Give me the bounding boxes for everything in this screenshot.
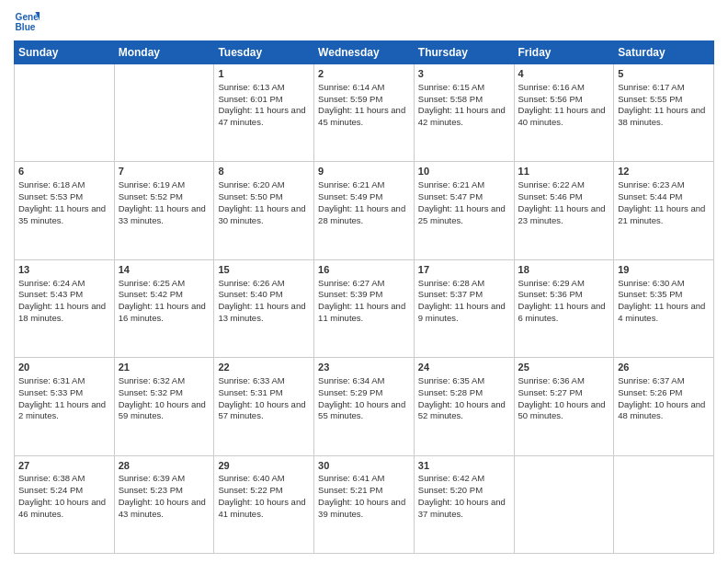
day-number: 23 (318, 361, 410, 374)
day-info: Sunrise: 6:15 AM Sunset: 5:58 PM Dayligh… (418, 82, 510, 129)
calendar-day-header: Wednesday (314, 41, 415, 64)
day-info: Sunrise: 6:13 AM Sunset: 6:01 PM Dayligh… (218, 82, 310, 129)
calendar-day-cell: 25Sunrise: 6:36 AM Sunset: 5:27 PM Dayli… (514, 358, 614, 455)
calendar-day-cell (114, 64, 214, 162)
day-info: Sunrise: 6:20 AM Sunset: 5:50 PM Dayligh… (218, 179, 310, 226)
calendar-day-cell: 31Sunrise: 6:42 AM Sunset: 5:20 PM Dayli… (414, 455, 514, 553)
day-number: 16 (318, 263, 410, 277)
calendar-day-cell: 12Sunrise: 6:23 AM Sunset: 5:44 PM Dayli… (614, 162, 714, 259)
day-number: 30 (318, 459, 410, 473)
calendar-day-cell: 17Sunrise: 6:28 AM Sunset: 5:37 PM Dayli… (414, 259, 514, 357)
logo-icon: General Blue (14, 9, 40, 35)
day-info: Sunrise: 6:30 AM Sunset: 5:35 PM Dayligh… (618, 278, 710, 325)
calendar-week-row: 27Sunrise: 6:38 AM Sunset: 5:24 PM Dayli… (15, 455, 714, 553)
day-number: 4 (518, 67, 610, 81)
day-number: 13 (18, 263, 110, 277)
calendar-day-cell (15, 64, 115, 162)
day-number: 15 (218, 263, 310, 277)
day-number: 2 (318, 67, 410, 81)
calendar-day-cell: 27Sunrise: 6:38 AM Sunset: 5:24 PM Dayli… (15, 455, 115, 553)
day-number: 25 (518, 361, 610, 374)
calendar-day-cell (514, 455, 614, 553)
calendar-day-cell: 4Sunrise: 6:16 AM Sunset: 5:56 PM Daylig… (514, 64, 614, 162)
day-number: 14 (119, 263, 210, 277)
day-number: 21 (119, 361, 210, 374)
day-info: Sunrise: 6:38 AM Sunset: 5:24 PM Dayligh… (18, 473, 110, 520)
calendar-day-cell: 24Sunrise: 6:35 AM Sunset: 5:28 PM Dayli… (414, 358, 514, 455)
calendar-header-row: SundayMondayTuesdayWednesdayThursdayFrid… (15, 41, 714, 64)
day-number: 31 (418, 459, 510, 473)
day-number: 18 (518, 263, 610, 277)
day-info: Sunrise: 6:28 AM Sunset: 5:37 PM Dayligh… (418, 278, 510, 325)
svg-text:Blue: Blue (16, 22, 36, 32)
day-number: 9 (318, 165, 410, 178)
day-info: Sunrise: 6:22 AM Sunset: 5:46 PM Dayligh… (518, 179, 610, 226)
calendar-day-cell: 15Sunrise: 6:26 AM Sunset: 5:40 PM Dayli… (214, 259, 314, 357)
calendar-day-header: Tuesday (214, 41, 314, 64)
calendar-day-cell: 20Sunrise: 6:31 AM Sunset: 5:33 PM Dayli… (15, 358, 115, 455)
day-info: Sunrise: 6:18 AM Sunset: 5:53 PM Dayligh… (18, 179, 110, 226)
day-info: Sunrise: 6:34 AM Sunset: 5:29 PM Dayligh… (318, 375, 410, 422)
calendar-table: SundayMondayTuesdayWednesdayThursdayFrid… (14, 40, 714, 554)
calendar-day-cell: 21Sunrise: 6:32 AM Sunset: 5:32 PM Dayli… (114, 358, 214, 455)
calendar-week-row: 20Sunrise: 6:31 AM Sunset: 5:33 PM Dayli… (15, 358, 714, 455)
day-number: 19 (618, 263, 710, 277)
day-info: Sunrise: 6:23 AM Sunset: 5:44 PM Dayligh… (618, 179, 710, 226)
day-info: Sunrise: 6:32 AM Sunset: 5:32 PM Dayligh… (119, 375, 210, 422)
calendar-day-cell: 23Sunrise: 6:34 AM Sunset: 5:29 PM Dayli… (314, 358, 415, 455)
calendar-week-row: 1Sunrise: 6:13 AM Sunset: 6:01 PM Daylig… (15, 64, 714, 162)
calendar-day-cell: 26Sunrise: 6:37 AM Sunset: 5:26 PM Dayli… (614, 358, 714, 455)
day-info: Sunrise: 6:37 AM Sunset: 5:26 PM Dayligh… (618, 375, 710, 422)
calendar-week-row: 6Sunrise: 6:18 AM Sunset: 5:53 PM Daylig… (15, 162, 714, 259)
calendar-day-cell: 22Sunrise: 6:33 AM Sunset: 5:31 PM Dayli… (214, 358, 314, 455)
calendar-day-cell: 3Sunrise: 6:15 AM Sunset: 5:58 PM Daylig… (414, 64, 514, 162)
calendar-week-row: 13Sunrise: 6:24 AM Sunset: 5:43 PM Dayli… (15, 259, 714, 357)
day-info: Sunrise: 6:27 AM Sunset: 5:39 PM Dayligh… (318, 278, 410, 325)
day-number: 17 (418, 263, 510, 277)
calendar-day-header: Saturday (614, 41, 714, 64)
day-info: Sunrise: 6:14 AM Sunset: 5:59 PM Dayligh… (318, 82, 410, 129)
day-info: Sunrise: 6:16 AM Sunset: 5:56 PM Dayligh… (518, 82, 610, 129)
calendar-day-cell: 1Sunrise: 6:13 AM Sunset: 6:01 PM Daylig… (214, 64, 314, 162)
day-number: 7 (119, 165, 210, 178)
calendar-day-cell: 18Sunrise: 6:29 AM Sunset: 5:36 PM Dayli… (514, 259, 614, 357)
calendar-day-cell: 19Sunrise: 6:30 AM Sunset: 5:35 PM Dayli… (614, 259, 714, 357)
calendar-day-header: Sunday (15, 41, 115, 64)
day-number: 1 (218, 67, 310, 81)
day-number: 20 (18, 361, 110, 374)
calendar-day-header: Monday (114, 41, 214, 64)
calendar-day-cell: 11Sunrise: 6:22 AM Sunset: 5:46 PM Dayli… (514, 162, 614, 259)
day-number: 12 (618, 165, 710, 178)
day-number: 8 (218, 165, 310, 178)
day-info: Sunrise: 6:33 AM Sunset: 5:31 PM Dayligh… (218, 375, 310, 422)
calendar-day-header: Thursday (414, 41, 514, 64)
day-info: Sunrise: 6:31 AM Sunset: 5:33 PM Dayligh… (18, 375, 110, 422)
day-number: 5 (618, 67, 710, 81)
day-number: 6 (18, 165, 110, 178)
calendar-day-cell (614, 455, 714, 553)
day-info: Sunrise: 6:42 AM Sunset: 5:20 PM Dayligh… (418, 473, 510, 520)
calendar-day-cell: 29Sunrise: 6:40 AM Sunset: 5:22 PM Dayli… (214, 455, 314, 553)
day-number: 27 (18, 459, 110, 473)
day-info: Sunrise: 6:24 AM Sunset: 5:43 PM Dayligh… (18, 278, 110, 325)
logo: General Blue (14, 9, 40, 35)
day-number: 29 (218, 459, 310, 473)
day-number: 22 (218, 361, 310, 374)
day-info: Sunrise: 6:41 AM Sunset: 5:21 PM Dayligh… (318, 473, 410, 520)
day-info: Sunrise: 6:35 AM Sunset: 5:28 PM Dayligh… (418, 375, 510, 422)
day-info: Sunrise: 6:25 AM Sunset: 5:42 PM Dayligh… (119, 278, 210, 325)
calendar-day-header: Friday (514, 41, 614, 64)
calendar-day-cell: 10Sunrise: 6:21 AM Sunset: 5:47 PM Dayli… (414, 162, 514, 259)
calendar-day-cell: 2Sunrise: 6:14 AM Sunset: 5:59 PM Daylig… (314, 64, 415, 162)
page: General Blue SundayMondayTuesdayWednesda… (0, 0, 728, 563)
header: General Blue (14, 9, 714, 35)
day-number: 3 (418, 67, 510, 81)
calendar-day-cell: 7Sunrise: 6:19 AM Sunset: 5:52 PM Daylig… (114, 162, 214, 259)
calendar-day-cell: 13Sunrise: 6:24 AM Sunset: 5:43 PM Dayli… (15, 259, 115, 357)
calendar-day-cell: 16Sunrise: 6:27 AM Sunset: 5:39 PM Dayli… (314, 259, 415, 357)
calendar-day-cell: 28Sunrise: 6:39 AM Sunset: 5:23 PM Dayli… (114, 455, 214, 553)
day-info: Sunrise: 6:21 AM Sunset: 5:47 PM Dayligh… (418, 179, 510, 226)
day-number: 11 (518, 165, 610, 178)
day-info: Sunrise: 6:36 AM Sunset: 5:27 PM Dayligh… (518, 375, 610, 422)
day-number: 24 (418, 361, 510, 374)
